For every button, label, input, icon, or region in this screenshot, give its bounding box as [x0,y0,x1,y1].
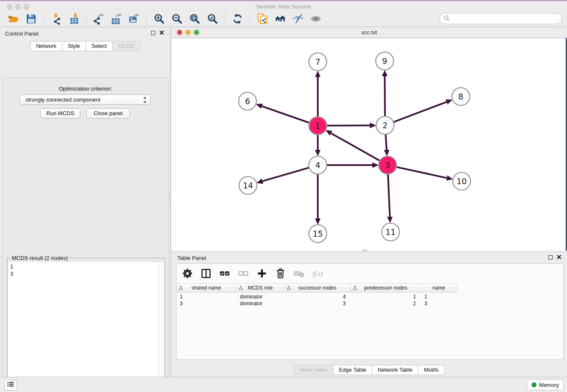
apply-layout-button[interactable] [230,12,245,26]
cell-shared-name[interactable]: 1 [176,293,237,300]
table-row[interactable]: 3dominator323 [176,300,457,307]
cell-name[interactable]: 1 [421,293,457,300]
edge-2-3[interactable] [385,135,386,150]
zoom-in-button[interactable] [151,12,167,26]
network-view-window[interactable]: × − + scc.txt 7968124314101511 [171,27,567,251]
edge-3-1[interactable] [331,133,379,161]
cell-predecessor-nodes[interactable]: 2 [351,300,421,307]
first-neighbors-button[interactable] [272,12,288,26]
toolbar-separator [225,13,225,25]
table-settings-button[interactable] [179,266,195,281]
column-header-name[interactable]: name [421,284,457,292]
attribute-type-icon [179,286,183,290]
cell-MCDS-role[interactable]: dominator [237,293,284,300]
column-header-predecessor-nodes[interactable]: predecessor nodes [351,284,421,292]
node-table-container: f(x) shared nameMCDS rolesuccessor nodes… [176,263,564,360]
columns-icon [201,268,212,279]
tab-network-table[interactable]: Network Table [372,365,418,375]
deselect-all-button[interactable] [235,266,251,281]
table-panel: Table Panel ✕ f(x) shared nameMCDS roles… [171,253,567,377]
memory-button[interactable]: Memory [527,379,564,390]
import-network-icon [50,13,62,25]
network-graph-canvas[interactable]: 7968124314101511 [172,38,566,250]
close-panel-icon[interactable]: ✕ [159,31,165,35]
memory-label: Memory [539,382,559,388]
import-network-button[interactable] [48,12,63,26]
node-label-4: 4 [315,160,320,170]
edge-1-6[interactable] [262,106,309,123]
export-table-button[interactable] [109,12,124,26]
node-label-11: 11 [385,227,396,237]
export-image-button[interactable] [127,12,142,26]
gear-icon [182,268,193,279]
copy-network-icon [257,13,268,25]
select-all-button[interactable] [217,266,233,281]
network-title: scc.txt [171,29,567,36]
save-session-button[interactable] [23,12,39,26]
edge-1-2[interactable] [327,125,370,126]
import-table-button[interactable] [66,12,81,26]
table-toolbar: f(x) [178,265,327,282]
float-panel-icon[interactable] [151,31,155,35]
svg-text:f(x): f(x) [313,270,323,278]
main-toolbar [0,11,567,27]
cell-MCDS-role[interactable]: dominator [237,300,284,307]
new-network-from-selection-button[interactable] [255,12,270,26]
search-input[interactable] [451,14,561,23]
tab-edge-table[interactable]: Edge Table [333,365,372,375]
mcds-result-box: MCDS result (2 nodes) 1 3 [7,258,165,392]
zoom-selected-button[interactable] [205,12,220,26]
delete-table-button [291,266,307,281]
column-header-MCDS-role[interactable]: MCDS role [237,284,284,292]
function-builder-button: f(x) [310,266,326,281]
export-network-icon [93,13,105,25]
edge-3-10[interactable] [396,167,446,178]
toggle-table-mode-button[interactable] [198,266,214,281]
column-header-successor-nodes[interactable]: successor nodes [284,284,351,292]
edge-2-8[interactable] [394,102,447,122]
run-mcds-button[interactable]: Run MCDS [40,108,80,119]
zoom-fit-icon [189,13,201,25]
mcds-result-text[interactable]: 1 3 [8,262,159,392]
tab-motifs[interactable]: Motifs [418,365,445,375]
hide-selected-button[interactable] [290,12,306,26]
check-all-icon [219,268,230,279]
open-session-button[interactable] [6,12,21,26]
close-panel-button[interactable]: Close panel [86,108,130,119]
close-table-panel-icon[interactable]: ✕ [556,255,562,259]
edge-4-14[interactable] [263,168,309,181]
tab-node-table[interactable]: Node Table [294,365,333,375]
horizontal-splitter-grip[interactable] [363,249,367,252]
cell-shared-name[interactable]: 3 [176,300,237,307]
uncheck-all-icon [238,268,249,279]
criterion-select[interactable]: strongly connected component [19,94,151,105]
show-task-history-button[interactable] [4,380,17,390]
column-header-shared-name[interactable]: shared name [176,284,237,292]
edge-2-9[interactable] [385,76,385,116]
tab-select[interactable]: Select [85,41,113,51]
cell-name[interactable]: 3 [421,300,457,307]
result-scrollbar[interactable] [159,262,164,392]
export-image-icon [129,13,140,25]
tab-network[interactable]: Network [30,41,62,51]
tab-mcds[interactable]: MCDS [112,41,140,51]
delete-column-button[interactable] [272,266,289,281]
zoom-out-icon [171,13,183,25]
cell-successor-nodes[interactable]: 4 [284,293,351,300]
attribute-type-icon [239,286,243,290]
edge-3-11[interactable] [388,174,390,217]
cell-predecessor-nodes[interactable]: 1 [351,293,421,300]
zoom-selected-icon [207,13,218,25]
cell-successor-nodes[interactable]: 3 [284,300,351,307]
zoom-fit-button[interactable] [187,12,202,26]
float-table-panel-icon[interactable] [548,255,553,259]
node-label-8: 8 [458,92,463,101]
control-panel-title: Control Panel [5,30,39,37]
tab-style[interactable]: Style [62,41,86,51]
export-network-button[interactable] [91,12,106,26]
attribute-type-icon [286,286,291,290]
zoom-out-button[interactable] [169,12,184,26]
search-field[interactable] [439,13,562,24]
table-row[interactable]: 1dominator411 [176,293,457,300]
create-column-button[interactable] [254,266,270,281]
